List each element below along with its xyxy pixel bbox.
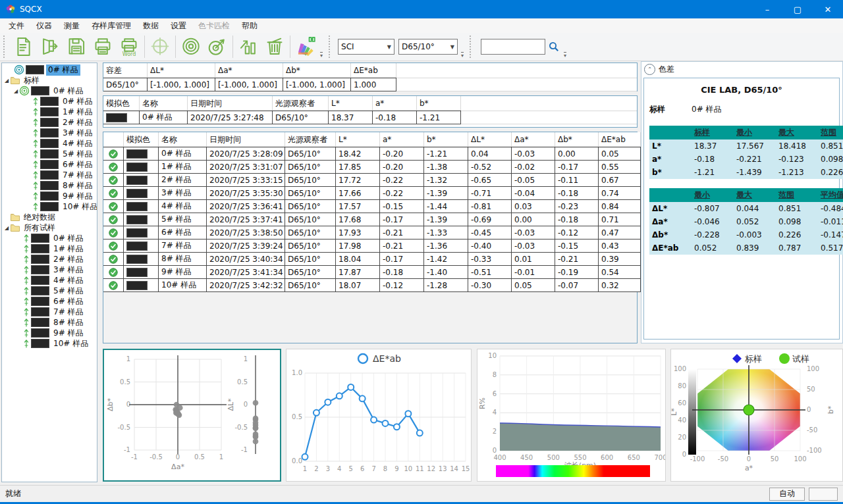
color-swatch [106,113,127,122]
toolbar-overflow-icon[interactable]: ▾ [320,52,323,58]
sample-row-1[interactable]: 1# 样品2020/7/25 3:31:07D65/10°17.85-0.20-… [103,161,701,174]
color-swatch [40,149,59,159]
close-button[interactable]: ✕ [813,0,843,18]
menu-item-measure[interactable]: 测量 [58,19,86,33]
tree-item-sample-4[interactable]: 4# 样品 [2,275,97,286]
application-window: SQCX – ▢ ✕ 文件仪器测量存样库管理数据设置色卡匹检帮助 Word ▾ … [0,0,843,504]
sample-row-8[interactable]: 8# 样品2020/7/25 3:40:34D65/10°18.04-0.17-… [103,253,701,266]
color-swatch [31,234,49,243]
menu-item-sample-library[interactable]: 存样库管理 [86,19,137,33]
standard-row[interactable]: 0# 样品2020/7/25 3:27:48D65/10°18.37-0.18-… [103,111,637,124]
svg-text:11: 11 [416,465,424,472]
tree-item-standard-sample-3[interactable]: 3# 样品 [2,128,97,138]
color-match-icon[interactable] [292,34,319,59]
sample-arrow-icon [23,265,30,275]
tree-item-sample-10[interactable]: 10# 样品 [2,338,97,349]
expander-icon[interactable]: ◢ [13,88,19,94]
tree-item-sample-7[interactable]: 7# 样品 [2,307,97,317]
tolerance-row[interactable]: D65/10°[-1.000, 1.000][-1.000, 1.000][-1… [103,78,637,91]
menu-item-instrument[interactable]: 仪器 [30,19,58,33]
reflectance-chart-panel[interactable]: 0246810400450500550600650700波长(nm)R% [477,349,666,482]
tree-item-sample-2[interactable]: 2# 样品 [2,254,97,265]
measure-standard-icon[interactable] [178,34,204,59]
tree-item-sample-8[interactable]: 8# 样品 [2,317,97,328]
tree-item-standard-sample-2[interactable]: 2# 样品 [2,117,97,128]
tree-item-sample-6[interactable]: 6# 样品 [2,296,97,307]
sample-row-9[interactable]: 9# 样品2020/7/25 3:41:34D65/10°17.87-0.18-… [103,266,701,279]
tree-item-standard-sample-1[interactable]: 1# 样品 [2,107,97,117]
svg-text:R%: R% [478,397,487,409]
tree-item-sample-1[interactable]: 1# 样品 [2,243,97,254]
expander-icon[interactable]: ◢ [3,78,10,84]
tree-item-standard-sample-10[interactable]: 10# 样品 [2,201,97,212]
tree-item-standard-sample-6[interactable]: 6# 样品 [2,159,97,170]
tree-item-all-samples-folder[interactable]: ◢所有试样 [2,222,97,233]
toolbar-grip[interactable] [3,36,9,58]
sample-row-4[interactable]: 4# 样品2020/7/25 3:36:41D65/10°17.57-0.15-… [103,200,701,213]
sample-row-7[interactable]: 7# 样品2020/7/25 3:39:24D65/10°17.98-0.21-… [103,239,701,253]
tree-item-sample-0[interactable]: 0# 样品 [2,233,97,243]
export-icon[interactable] [37,34,63,59]
tree-item-standard-sample-4[interactable]: 4# 样品 [2,138,97,149]
collapse-panel-button[interactable]: ⌃ [644,64,655,75]
search-icon[interactable] [548,41,560,53]
toolbar-grip[interactable] [329,36,334,58]
tree-item-standard-sample-9[interactable]: 9# 样品 [2,191,97,201]
maximize-button[interactable]: ▢ [782,0,813,18]
pass-check-icon [109,268,118,277]
save-icon[interactable] [63,34,90,59]
tree-item-standard-0[interactable]: ◢0# 样品 [2,86,97,96]
svg-text:-100: -100 [690,455,705,463]
new-document-icon[interactable] [11,34,37,59]
tree-item-standard-sample-5[interactable]: 5# 样品 [2,149,97,159]
tree-item-standard-sample-0[interactable]: 0# 样品 [2,96,97,107]
gamut-chart-panel[interactable]: 标样试样100806040200L*-100-50050100a*100500-… [670,349,843,482]
color-swatch [40,181,59,190]
sample-arrow-icon [23,296,30,307]
menu-item-color-card-match[interactable]: 色卡匹检 [192,19,236,33]
scatter-chart-panel[interactable]: -1-1-0.5-0.5000.50.511Δa*Δb*-1-0.500.51Δ… [103,349,281,482]
illuminant-select-value: D65/10° [402,42,435,51]
svg-text:0: 0 [176,453,180,461]
sample-arrow-icon [32,107,39,117]
tree-item-sample-5[interactable]: 5# 样品 [2,286,97,296]
tree-item-selected-standard[interactable]: 0# 样品 [2,64,97,75]
trend-chart-panel[interactable]: ΔE*ab1234567891011121314150.00.51.0 [286,349,472,482]
search-input[interactable] [481,39,545,55]
sample-row-5[interactable]: 5# 样品2020/7/25 3:37:41D65/10°17.68-0.17-… [103,213,701,226]
sample-row-3[interactable]: 3# 样品2020/7/25 3:35:30D65/10°17.66-0.22-… [103,187,701,200]
svg-text:700: 700 [654,454,665,461]
toolbar-overflow-icon[interactable]: ▾ [564,52,566,58]
sample-row-10[interactable]: 10# 样品2020/7/25 3:42:32D65/10°18.07-0.12… [103,279,701,292]
menu-item-data[interactable]: 数据 [137,19,165,33]
tree-item-standard-sample-8[interactable]: 8# 样品 [2,180,97,191]
tree-item-standard-sample-7[interactable]: 7# 样品 [2,170,97,180]
menu-item-settings[interactable]: 设置 [165,19,192,33]
minimize-button[interactable]: – [752,0,782,18]
sample-row-6[interactable]: 6# 样品2020/7/25 3:38:50D65/10°17.93-0.21-… [103,226,701,239]
mode-select[interactable]: SCI ▼ [338,39,394,55]
tree-item-sample-9[interactable]: 9# 样品 [2,328,97,338]
expander-icon[interactable]: ◢ [3,225,10,231]
illuminant-select[interactable]: D65/10° ▼ [398,39,458,55]
tree-item-standards-folder[interactable]: ◢标样 [2,75,97,86]
toolbar-grip[interactable] [470,36,475,58]
tree-item-sample-3[interactable]: 3# 样品 [2,265,97,275]
sample-row-2[interactable]: 2# 样品2020/7/25 3:33:15D65/10°17.72-0.22-… [103,174,701,187]
sample-row-0[interactable]: 0# 样品2020/7/25 3:28:09D65/10°18.42-0.20-… [103,147,701,161]
delete-icon[interactable] [261,34,288,59]
app-logo-icon [5,4,16,14]
svg-text:ΔL*: ΔL* [227,398,235,411]
menu-item-help[interactable]: 帮助 [236,19,263,33]
menu-item-file[interactable]: 文件 [3,19,30,33]
calibrate-icon[interactable] [147,34,173,59]
chart-icon[interactable] [235,34,261,59]
print-word-icon[interactable]: Word [116,34,142,59]
tree-item-absolute-data-folder[interactable]: 绝对数据 [2,212,97,222]
menu-bar: 文件仪器测量存样库管理数据设置色卡匹检帮助 [0,18,843,33]
auto-mode-button[interactable]: 自动 [769,488,805,501]
toolbar-overflow-icon[interactable]: ▾ [461,52,464,58]
print-icon[interactable] [90,34,116,59]
measure-sample-icon[interactable] [204,34,231,59]
sample-arrow-icon [32,201,39,212]
